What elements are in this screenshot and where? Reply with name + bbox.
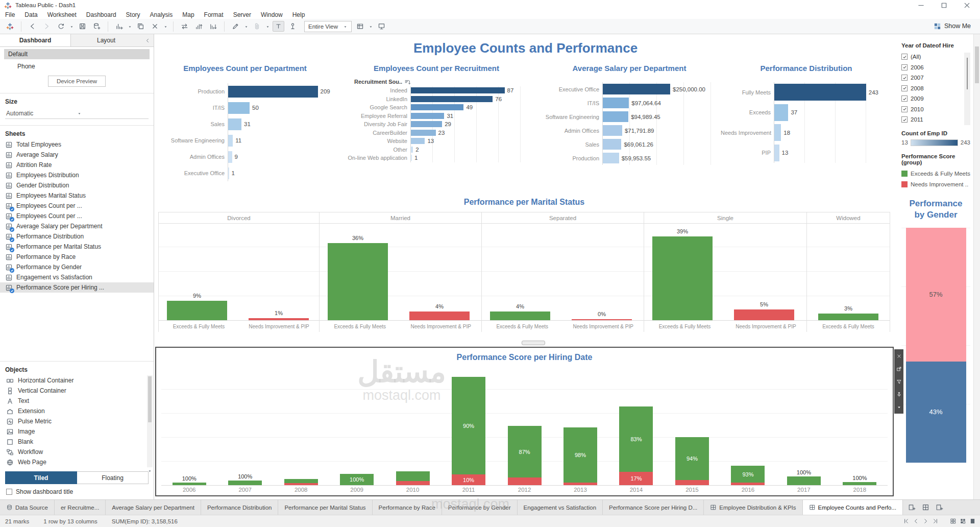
bar[interactable] [228,151,232,163]
menu-data[interactable]: Data [24,11,37,18]
bar[interactable]: 1% [249,318,309,320]
save-button[interactable] [77,21,88,32]
sheet-item[interactable]: Average Salary [0,150,154,160]
bar[interactable] [228,135,233,147]
bar[interactable]: 0% [572,319,632,320]
highlight-dropdown-icon[interactable] [244,22,249,31]
bar[interactable] [603,111,628,122]
object-item-horizontal-container[interactable]: Horizontal Container [0,375,146,386]
scroll-down-icon[interactable] [147,467,153,474]
year-filter-option[interactable]: 2011 [901,114,962,125]
bar[interactable] [411,87,505,93]
checkbox-unchecked-icon[interactable] [6,489,12,495]
bar[interactable]: 4% [490,312,550,320]
bar[interactable] [603,125,622,136]
sheet-tab[interactable]: Employee Counts and Perfo... [803,500,903,515]
menu-map[interactable]: Map [182,11,194,18]
sheet-item[interactable]: Gender Distribution [0,180,154,190]
cards-dropdown-icon[interactable] [369,22,373,31]
bar[interactable] [411,121,442,127]
tiled-button[interactable]: Tiled [5,471,77,484]
chart-performance-score-per-hiring-date[interactable]: Performance Score per Hiring Date 100% 1… [155,347,894,496]
objects-scrollbar[interactable] [147,375,153,467]
object-item-web-page[interactable]: Web Page [0,457,146,467]
size-selector[interactable]: Automatic [5,108,149,119]
menu-dashboard[interactable]: Dashboard [86,11,116,18]
show-filmstrip-icon[interactable] [960,518,966,524]
show-dashboard-title-option[interactable]: Show dashboard title [6,488,148,495]
sheet-tab[interactable]: Employee Distribution & KPIs [704,500,802,515]
filter-scrollbar[interactable] [964,53,970,125]
sheet-item[interactable]: Employees Distribution [0,170,154,180]
sheet-item[interactable]: Employees Count per ... [0,211,154,221]
menu-file[interactable]: File [5,11,15,18]
sheet-item[interactable]: Engagement vs Satisfaction [0,272,154,282]
sheet-tab[interactable]: Performance Score per Hiring D... [603,500,704,515]
sheet-tab[interactable]: Performance by Gender [442,500,518,515]
more-options-icon[interactable] [896,402,902,412]
sheet-item[interactable]: Performance Score per Hiring ... [0,282,154,293]
stacked-bar[interactable]: 94% [675,437,709,485]
previous-sheet-icon[interactable] [913,518,919,524]
sheet-tab[interactable]: er Recruitme... [55,500,106,515]
first-sheet-icon[interactable] [903,518,910,524]
start-page-button[interactable] [4,21,16,32]
new-dashboard-tab-button[interactable] [922,504,929,511]
new-worksheet-button[interactable] [113,21,125,32]
forward-button[interactable] [41,21,53,32]
bar[interactable] [411,96,493,102]
bar[interactable] [411,113,444,119]
sheet-tab[interactable]: Data Source [0,500,55,515]
checkbox-checked-icon[interactable] [901,54,908,60]
bar[interactable] [228,118,241,130]
sheet-tab[interactable]: Performance per Marital Status [278,500,372,515]
tab-layout[interactable]: Layout [71,34,141,46]
bar[interactable]: 39% [652,236,713,320]
vertical-scrollbar[interactable] [973,34,980,499]
new-story-tab-button[interactable] [936,504,943,511]
bar[interactable]: 4% [409,312,470,320]
bar[interactable] [411,130,436,136]
checkbox-checked-icon[interactable] [901,106,908,112]
bar-segment[interactable]: 43% [906,362,966,463]
checkbox-checked-icon[interactable] [901,116,908,123]
device-preview-button[interactable]: Device Preview [48,76,106,87]
sheet-tab[interactable]: Engagement vs Satisfaction [518,500,603,515]
legend-item[interactable]: Exceeds & Fully Meets [901,169,970,179]
sheet-item[interactable]: Total Employees [0,139,154,150]
bar[interactable] [774,145,779,161]
bar[interactable] [774,124,781,141]
bar[interactable] [774,84,866,101]
bar[interactable] [603,153,619,163]
close-button[interactable] [963,2,971,9]
stacked-bar[interactable]: 87% [508,426,542,485]
bar[interactable] [603,84,670,94]
new-data-source-button[interactable] [91,21,103,32]
sheet-item[interactable]: Employees Count per ... [0,201,154,211]
device-default[interactable]: Default [4,49,150,59]
sort-field-icon[interactable] [404,78,411,85]
stacked-bar[interactable] [173,483,206,485]
fit-selector[interactable]: Entire View [304,21,352,32]
swap-rows-columns-button[interactable] [179,21,190,32]
presentation-mode-button[interactable] [376,21,387,32]
collapse-pane-button[interactable] [141,34,154,46]
year-filter-option[interactable]: (All) [901,52,962,62]
clear-dropdown-icon[interactable] [163,22,168,31]
year-filter-option[interactable]: 2010 [901,104,962,115]
sort-ascending-button[interactable] [193,21,205,32]
device-phone[interactable]: Phone [4,61,150,71]
bar[interactable]: 5% [734,309,794,320]
container-drag-handle[interactable] [522,341,545,345]
bar[interactable] [411,104,463,110]
show-sheet-sorter-icon[interactable] [950,518,957,524]
object-item-text[interactable]: Text [0,396,146,406]
bar[interactable] [411,155,412,161]
sheet-item[interactable]: Performance per Marital Status [0,242,154,252]
year-filter-option[interactable]: 2009 [901,93,962,104]
go-to-sheet-icon[interactable] [896,364,902,373]
bar[interactable]: 3% [818,314,878,320]
clear-sheet-button[interactable] [149,21,161,32]
menu-help[interactable]: Help [292,11,305,18]
redo-button[interactable] [55,21,67,32]
